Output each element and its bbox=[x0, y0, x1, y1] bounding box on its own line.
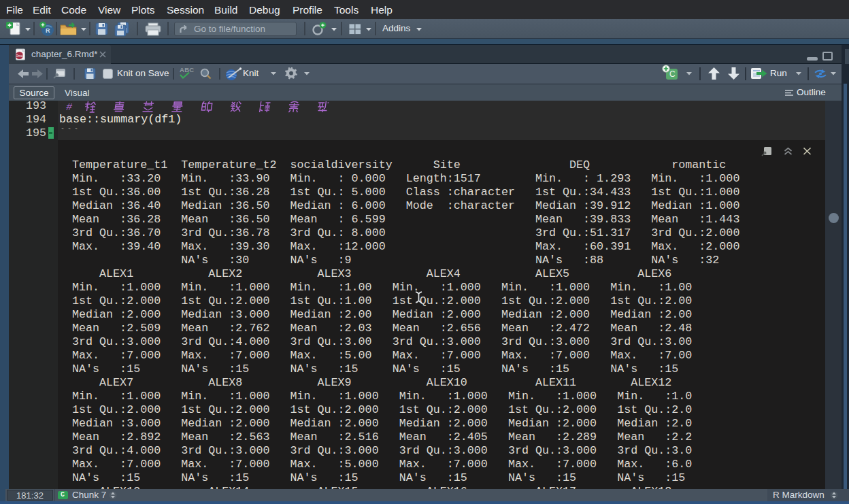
svg-text:Rmd: Rmd bbox=[16, 54, 23, 58]
svg-text:R: R bbox=[46, 27, 50, 34]
svg-text:#: # bbox=[66, 102, 73, 113]
